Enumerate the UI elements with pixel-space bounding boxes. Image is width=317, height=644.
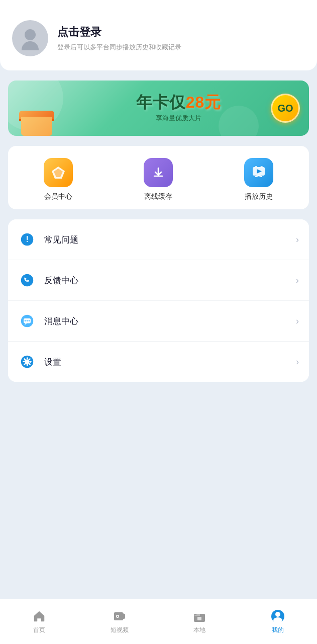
feedback-arrow-icon: › [296, 275, 299, 286]
login-desc: 登录后可以多平台同步播放历史和收藏记录 [57, 43, 181, 52]
play-tv-icon [252, 166, 266, 179]
diamond-icon [51, 166, 66, 180]
login-title[interactable]: 点击登录 [57, 25, 181, 40]
banner-section: 年卡仅28元 享海量优质大片 GO [0, 70, 317, 146]
profile-text: 点击登录 登录后可以多平台同步播放历史和收藏记录 [57, 25, 181, 52]
home-nav-label: 首页 [33, 626, 45, 634]
nav-home[interactable]: 首页 [22, 605, 56, 638]
svg-line-21 [24, 364, 25, 365]
divider [0, 209, 317, 219]
download-arrow-icon [152, 166, 165, 179]
message-label: 消息中心 [44, 315, 296, 327]
settings-label: 设置 [44, 356, 296, 368]
svg-rect-28 [197, 617, 201, 620]
svg-point-26 [117, 615, 118, 617]
svg-line-22 [29, 359, 30, 360]
faq-icon: ! [20, 232, 34, 247]
avatar-person-icon [21, 29, 39, 47]
svg-point-10 [27, 320, 28, 321]
local-icon [192, 609, 206, 623]
svg-marker-24 [121, 612, 125, 620]
vip-center-button[interactable]: 会员中心 [44, 158, 73, 201]
mine-nav-label: 我的 [272, 626, 284, 634]
banner-sub-text: 享海量优质大片 [136, 114, 222, 123]
banner-go-button[interactable]: GO [271, 94, 300, 123]
feedback-label: 反馈中心 [44, 275, 296, 286]
message-menu-item[interactable]: 消息中心 › [8, 301, 309, 342]
message-icon-wrap [18, 312, 36, 330]
feedback-menu-item[interactable]: 反馈中心 › [8, 260, 309, 301]
download-icon [144, 158, 173, 187]
settings-gear-icon [20, 355, 34, 369]
nav-mine[interactable]: 我的 [261, 605, 295, 638]
faq-arrow-icon: › [296, 234, 299, 245]
message-icon [20, 314, 34, 328]
mine-icon [271, 609, 285, 623]
svg-line-19 [24, 359, 25, 360]
play-history-button[interactable]: 播放历史 [244, 158, 273, 201]
banner-text: 年卡仅28元 享海量优质大片 [136, 94, 222, 122]
history-icon [244, 158, 273, 187]
home-icon [32, 609, 46, 623]
faq-icon-wrap: ! [18, 230, 36, 249]
svg-point-9 [25, 320, 26, 321]
history-label: 播放历史 [245, 192, 273, 201]
vip-icon [44, 158, 73, 187]
message-arrow-icon: › [296, 316, 299, 327]
feedback-icon [20, 273, 34, 287]
vip-label: 会员中心 [44, 192, 72, 201]
local-nav-label: 本地 [193, 626, 205, 634]
short-video-icon [113, 609, 127, 623]
settings-menu-item[interactable]: 设置 › [8, 342, 309, 382]
settings-arrow-icon: › [296, 357, 299, 367]
short-video-nav-label: 短视频 [111, 626, 129, 634]
faq-menu-item[interactable]: ! 常见问题 › [8, 219, 309, 260]
banner-main-text: 年卡仅28元 [136, 94, 222, 111]
offline-cache-button[interactable]: 离线缓存 [144, 158, 173, 201]
svg-point-11 [29, 320, 30, 321]
nav-local[interactable]: 本地 [182, 605, 217, 638]
svg-point-30 [275, 612, 280, 617]
svg-point-6 [21, 274, 34, 287]
svg-line-20 [29, 364, 30, 365]
faq-label: 常见问题 [44, 234, 296, 246]
bottom-navigation: 首页 短视频 本地 [0, 599, 317, 644]
promo-banner[interactable]: 年卡仅28元 享海量优质大片 GO [8, 80, 309, 136]
nav-short-video[interactable]: 短视频 [100, 605, 139, 638]
feedback-icon-wrap [18, 271, 36, 289]
menu-list: ! 常见问题 › 反馈中心 › [8, 219, 309, 382]
svg-text:!: ! [26, 235, 28, 244]
quick-actions: 会员中心 离线缓存 播放历史 [8, 146, 309, 209]
settings-icon-wrap [18, 353, 36, 371]
banner-deco-circle2 [219, 106, 259, 136]
download-label: 离线缓存 [144, 192, 172, 201]
svg-point-31 [273, 617, 282, 623]
profile-section[interactable]: 点击登录 登录后可以多平台同步播放历史和收藏记录 [0, 0, 317, 70]
avatar [12, 20, 48, 56]
gift-illustration [14, 86, 64, 136]
